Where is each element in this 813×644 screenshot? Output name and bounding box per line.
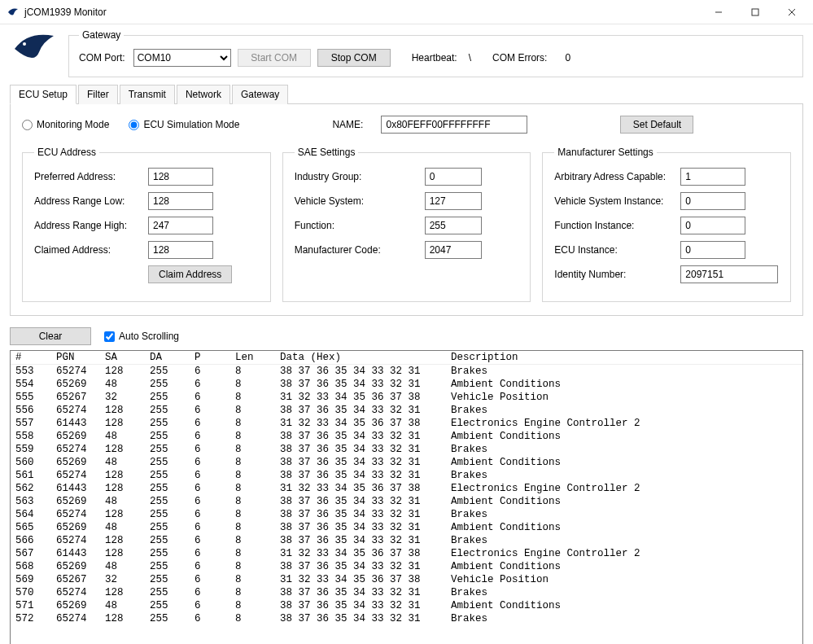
tab-gateway[interactable]: Gateway [232,85,288,104]
auto-scrolling-checkbox[interactable]: Auto Scrolling [104,331,179,342]
tab-transmit[interactable]: Transmit [120,85,175,104]
ecu-address-legend: ECU Address [34,147,99,158]
name-field[interactable] [381,116,527,134]
log-table[interactable]: # PGN SA DA P Len Data (Hex) Description… [10,350,803,644]
comport-select[interactable]: COM10 [133,49,231,67]
monitoring-mode-label: Monitoring Mode [37,119,109,130]
fi-field[interactable] [680,217,745,234]
log-cell-len: 8 [235,600,280,611]
log-cell-sa: 128 [105,535,150,546]
log-cell-da: 255 [150,431,195,442]
close-button[interactable] [773,1,810,24]
log-row[interactable]: 56365269482556838 37 36 35 34 33 32 31Am… [11,495,802,508]
claimed-address-field[interactable] [148,241,213,259]
identity-number-field[interactable] [680,265,778,283]
minimize-button[interactable] [700,1,737,24]
log-cell-pgn: 65269 [56,561,105,572]
log-cell-num: 554 [15,379,56,390]
log-row[interactable]: 572652741282556838 37 36 35 34 33 32 31B… [11,612,802,625]
monitoring-mode-radio[interactable]: Monitoring Mode [22,119,109,130]
log-cell-pgn: 65274 [56,444,105,455]
start-com-button[interactable]: Start COM [238,49,311,67]
log-row[interactable]: 553652741282556838 37 36 35 34 33 32 31B… [11,365,802,378]
log-cell-desc: Ambient Conditions [451,496,798,507]
log-cell-pgn: 65274 [56,405,105,416]
log-row[interactable]: 56965267322556831 32 33 34 35 36 37 38Ve… [11,573,802,586]
arb-capable-label: Arbitrary Adress Capable: [554,171,680,182]
log-cell-sa: 128 [105,418,150,429]
tab-network[interactable]: Network [177,85,230,104]
log-cell-pgn: 65269 [56,496,105,507]
sae-settings-group: SAE Settings Industry Group: Vehicle Sys… [282,147,531,302]
industry-group-field[interactable] [425,168,482,186]
log-cell-len: 8 [235,470,280,481]
tab-filter[interactable]: Filter [78,85,118,104]
log-row[interactable]: 559652741282556838 37 36 35 34 33 32 31B… [11,443,802,456]
claim-address-button[interactable]: Claim Address [148,265,232,283]
log-row[interactable]: 57165269482556838 37 36 35 34 33 32 31Am… [11,599,802,612]
log-row[interactable]: 55865269482556838 37 36 35 34 33 32 31Am… [11,430,802,443]
log-cell-sa: 32 [105,392,150,403]
log-cell-num: 561 [15,470,56,481]
heartbeat-value: \ [469,52,471,64]
col-num: # [15,352,56,363]
log-row[interactable]: 562614431282556831 32 33 34 35 36 37 38E… [11,482,802,495]
log-cell-da: 255 [150,444,195,455]
app-icon [7,6,20,19]
stop-com-button[interactable]: Stop COM [317,49,391,67]
log-cell-sa: 128 [105,366,150,377]
log-cell-da: 255 [150,470,195,481]
log-row[interactable]: 556652741282556838 37 36 35 34 33 32 31B… [11,404,802,417]
log-cell-num: 570 [15,587,56,598]
log-row[interactable]: 56865269482556838 37 36 35 34 33 32 31Am… [11,560,802,573]
industry-group-label: Industry Group: [295,171,425,182]
log-cell-p: 6 [195,483,235,494]
log-row[interactable]: 55465269482556838 37 36 35 34 33 32 31Am… [11,378,802,391]
log-cell-desc: Brakes [451,405,798,416]
log-cell-pgn: 65269 [56,600,105,611]
log-row[interactable]: 557614431282556831 32 33 34 35 36 37 38E… [11,417,802,430]
log-row[interactable]: 55565267322556831 32 33 34 35 36 37 38Ve… [11,391,802,404]
log-row[interactable]: 561652741282556838 37 36 35 34 33 32 31B… [11,469,802,482]
sae-legend: SAE Settings [295,147,359,158]
log-cell-desc: Ambient Conditions [451,561,798,572]
arb-capable-field[interactable] [680,168,745,186]
log-cell-len: 8 [235,587,280,598]
log-cell-p: 6 [195,457,235,468]
log-cell-p: 6 [195,405,235,416]
clear-button[interactable]: Clear [10,327,91,345]
log-cell-p: 6 [195,613,235,624]
log-cell-len: 8 [235,535,280,546]
log-cell-data: 38 37 36 35 34 33 32 31 [280,405,451,416]
vsi-field[interactable] [680,192,745,210]
log-cell-p: 6 [195,574,235,585]
log-row[interactable]: 567614431282556831 32 33 34 35 36 37 38E… [11,547,802,560]
simulation-mode-radio[interactable]: ECU Simulation Mode [129,119,239,130]
window-title: jCOM1939 Monitor [24,7,107,18]
log-cell-sa: 128 [105,470,150,481]
ecui-field[interactable] [680,241,745,259]
address-high-field[interactable] [148,217,213,234]
address-low-field[interactable] [148,192,213,210]
log-cell-len: 8 [235,561,280,572]
log-row[interactable]: 570652741282556838 37 36 35 34 33 32 31B… [11,586,802,599]
log-cell-num: 553 [15,366,56,377]
log-cell-da: 255 [150,613,195,624]
log-cell-data: 38 37 36 35 34 33 32 31 [280,470,451,481]
preferred-address-field[interactable] [148,168,213,186]
log-row[interactable]: 564652741282556838 37 36 35 34 33 32 31B… [11,508,802,521]
maximize-button[interactable] [737,1,773,24]
log-cell-p: 6 [195,600,235,611]
log-cell-desc: Brakes [451,470,798,481]
function-field[interactable] [425,217,482,234]
mfg-code-field[interactable] [425,241,482,259]
log-cell-len: 8 [235,418,280,429]
vehicle-system-field[interactable] [425,192,482,210]
col-pgn: PGN [56,352,105,363]
log-cell-data: 38 37 36 35 34 33 32 31 [280,379,451,390]
log-row[interactable]: 566652741282556838 37 36 35 34 33 32 31B… [11,534,802,547]
log-row[interactable]: 56065269482556838 37 36 35 34 33 32 31Am… [11,456,802,469]
tab-ecu-setup[interactable]: ECU Setup [10,85,76,104]
set-default-button[interactable]: Set Default [620,116,693,134]
log-row[interactable]: 56565269482556838 37 36 35 34 33 32 31Am… [11,521,802,534]
